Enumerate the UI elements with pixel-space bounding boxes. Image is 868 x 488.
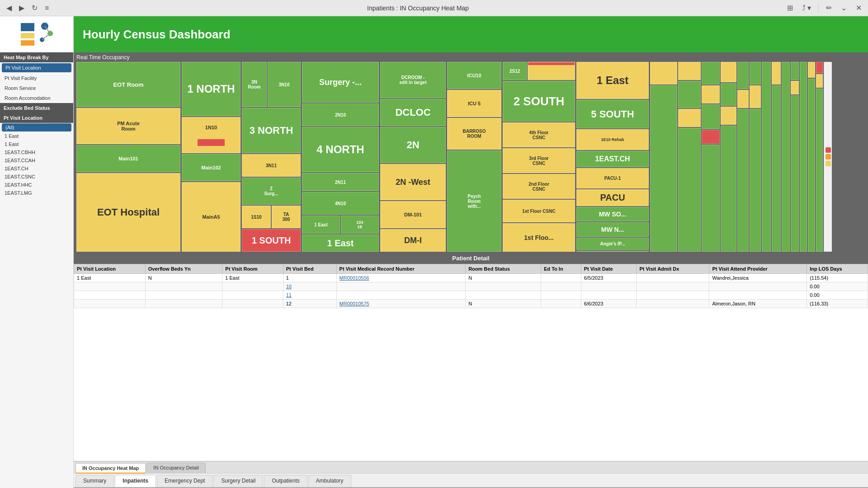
hm-cell-narrow-8 — [772, 62, 781, 84]
sidebar-item-pt-visit-facility[interactable]: Pt Visit Facility — [0, 73, 73, 83]
heatmap-break-by-section: Heat Map Break By Pt Visit Location Pt V… — [0, 52, 73, 103]
location-item-1east-1[interactable]: 1 East — [0, 132, 73, 140]
sidebar-item-pt-visit-location[interactable]: Pt Visit Location — [2, 63, 71, 72]
hm-cell-surgery: Surgery -... — [302, 62, 379, 103]
cell-mrn-0[interactable]: MR00010556 — [336, 274, 466, 282]
hm-cell-1st-floor-csnc: 1st Floor CSNC — [503, 200, 575, 222]
cell-mrn-3[interactable]: MR00010575 — [336, 300, 466, 308]
logo-icon — [19, 21, 55, 48]
location-item-1east-ccah[interactable]: 1EAST.CCAH — [0, 156, 73, 164]
col-pt-visit-location: Pt Visit Location — [74, 264, 146, 274]
hm-cell-2n11: 2N11 — [302, 173, 379, 191]
hm-cell-pacu1: PACU-1 — [576, 168, 649, 188]
legend-bar — [824, 62, 832, 252]
hm-cell-1s10: 1S10 — [242, 206, 271, 228]
cell-bed-3: 12 — [283, 300, 336, 308]
pt-visit-location-title: Pt Visit Location — [0, 113, 73, 123]
location-item-1east-lmg[interactable]: 1EAST.LMG — [0, 189, 73, 197]
hm-cell-4n10: 4N10 — [302, 192, 379, 215]
col-pt-visit-mrn: Pt Visit Medical Record Number — [336, 264, 466, 274]
section-tabs: Summary Inpatients Emergency Dept Surger… — [74, 474, 868, 488]
location-item-1east-ch[interactable]: 1EAST.CH — [0, 164, 73, 173]
svg-rect-0 — [21, 23, 34, 31]
cell-mrn-2 — [336, 291, 466, 300]
cell-ed-0 — [541, 274, 581, 282]
hm-cell-narrow-1 — [737, 62, 749, 89]
hm-cell-extra-12 — [721, 83, 736, 106]
action-buttons: ⊞ ⤴ ▾ ✏ ⌄ ✕ — [785, 3, 863, 13]
hm-cell-eot-room: EOT Room — [76, 62, 180, 107]
hm-cell-main102: Main102 — [182, 154, 241, 181]
close-button[interactable]: ✕ — [854, 3, 863, 13]
cell-date-0: 6/5/2023 — [581, 274, 637, 282]
tab-outpatients[interactable]: Outpatients — [264, 475, 307, 487]
hm-cell-1east-small: 1 East — [302, 216, 340, 234]
cell-los-1: 0.00 — [807, 282, 868, 291]
tab-surgery-detail[interactable]: Surgery Detail — [213, 475, 263, 487]
sidebar-item-room-accomodation[interactable]: Room Accomodation — [0, 93, 73, 103]
cell-bed-1[interactable]: 10 — [283, 282, 336, 291]
dashboard-header: Hourly Census Dashboard — [74, 16, 868, 52]
hm-cell-1east-col8: 1 East — [576, 62, 649, 99]
heatmap-container: Real Time Occupancy EOT Room PM AcuteRoo… — [74, 52, 868, 253]
location-item-1east-cbhh[interactable]: 1EAST.CBHH — [0, 148, 73, 156]
bottom-tabs-container: IN Occupancy Heat Map IN Occupancy Detai… — [74, 461, 868, 488]
cell-dx-0 — [637, 274, 709, 282]
hm-cell-mwn: MW N... — [576, 222, 649, 237]
cell-status-3: N — [466, 300, 541, 308]
tab-summary[interactable]: Summary — [75, 475, 114, 487]
hm-cell-nano-red — [816, 62, 823, 73]
location-item-1east-hhc[interactable]: 1EAST.HHC — [0, 181, 73, 189]
cell-provider-0: Wandrei,Jessica — [709, 274, 807, 282]
tab-in-occupancy-heat-map[interactable]: IN Occupancy Heat Map — [75, 463, 146, 474]
svg-line-7 — [42, 33, 50, 40]
hm-cell-nano-1 — [782, 62, 790, 252]
cell-status-1 — [466, 282, 541, 291]
cell-bed-2[interactable]: 11 — [283, 291, 336, 300]
hm-cell-psych-room: PsychRoomwith... — [447, 150, 501, 252]
sidebar-item-room-service[interactable]: Room Service — [0, 83, 73, 93]
tab-emergency-dept[interactable]: Emergency Dept — [157, 475, 212, 487]
hm-cell-224-1e: 2241E — [341, 216, 379, 234]
hm-cell-2n: 2N — [380, 127, 446, 163]
hm-cell-dcloc: DCLOC — [380, 99, 446, 126]
location-item-all[interactable]: (All) — [2, 123, 71, 131]
chevron-down-button[interactable]: ⌄ — [839, 3, 849, 13]
back-button[interactable]: ◀ — [5, 3, 14, 13]
tab-ambulatory[interactable]: Ambulatory — [308, 475, 351, 487]
hm-cell-ta300: TA300 — [272, 206, 301, 228]
cell-room-1 — [222, 282, 283, 291]
hm-cell-extra-10 — [702, 145, 720, 252]
hm-cell-narrow-3 — [737, 109, 749, 252]
hm-cell-icu5: ICU 5 — [447, 90, 501, 117]
patient-detail-container: Patient Detail Pt Visit Location Overflo… — [74, 253, 868, 461]
tab-in-occupancy-detail[interactable]: IN Occupancy Detail — [146, 463, 205, 473]
hm-cell-narrow-2 — [737, 90, 749, 108]
refresh-button[interactable]: ↻ — [30, 3, 39, 13]
hm-cell-3rd-floor: 3rd FloorCSNC — [503, 148, 575, 173]
hm-cell-3north: 3 NORTH — [242, 108, 301, 153]
hm-cell-dcroom: DCROOM -edit in target — [380, 62, 446, 98]
main-layout: Heat Map Break By Pt Visit Location Pt V… — [0, 16, 868, 488]
filter-button[interactable]: ⊞ — [785, 3, 795, 13]
hm-cell-2south: 2 SOUTH — [503, 81, 575, 122]
top-bar: ◀ ▶ ↻ ≡ Inpatients : IN Occupancy Heat M… — [0, 0, 868, 16]
hm-cell-nano-2 — [791, 62, 799, 80]
tab-inpatients[interactable]: Inpatients — [115, 475, 156, 487]
table-row: 11 0.00 — [74, 291, 868, 300]
forward-button[interactable]: ▶ — [17, 3, 26, 13]
hm-cell-nano-green — [816, 89, 823, 252]
hm-cell-nano-5 — [800, 62, 807, 252]
edit-button[interactable]: ✏ — [824, 3, 834, 13]
cell-dx-1 — [637, 282, 709, 291]
location-item-1east-2[interactable]: 1 East — [0, 140, 73, 148]
hm-cell-narrow-9 — [772, 85, 781, 252]
col-ed-to-in: Ed To In — [541, 264, 581, 274]
menu-button[interactable]: ≡ — [43, 3, 51, 13]
logo-area — [0, 16, 73, 52]
cell-overflow-0: N — [145, 274, 222, 282]
location-item-1east-csnc[interactable]: 1EAST.CSNC — [0, 173, 73, 181]
share-button[interactable]: ⤴ ▾ — [800, 3, 813, 13]
hm-cell-3n10: 3N10 — [268, 62, 301, 107]
location-list: (All) 1 East 1 East 1EAST.CBHH 1EAST.CCA… — [0, 123, 73, 197]
